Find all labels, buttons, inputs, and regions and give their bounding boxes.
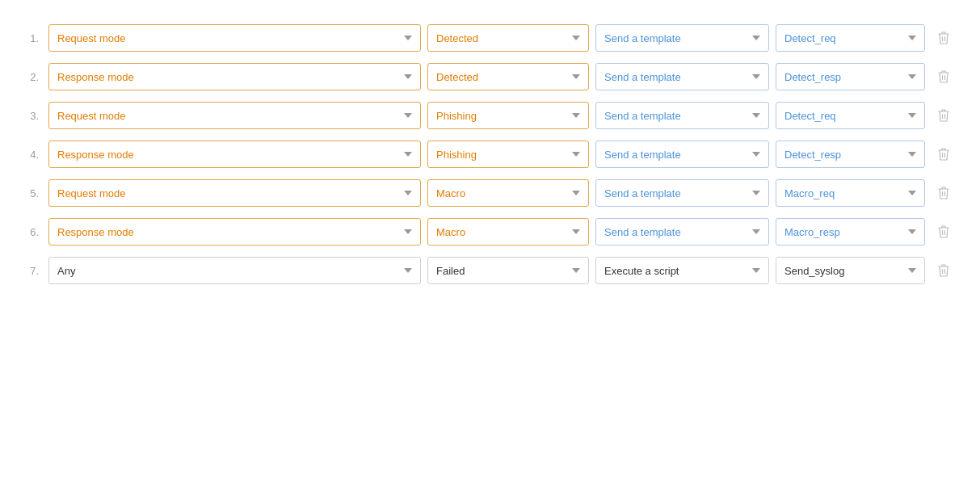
template-select[interactable]: Detect_reqDetect_respMacro_reqMacro_resp… <box>776 102 925 129</box>
row-number: 6. <box>19 226 42 238</box>
action-select[interactable]: Send a templateExecute a script <box>595 179 769 207</box>
action-select[interactable]: Send a templateExecute a script <box>595 24 769 52</box>
icap-mode-select[interactable]: Request modeResponse modeAny <box>48 63 421 90</box>
table-row: 7.Request modeResponse modeAnyDetectedPh… <box>19 257 961 284</box>
delete-row-button[interactable] <box>932 24 956 52</box>
rows-container: 1.Request modeResponse modeAnyDetectedPh… <box>19 24 961 284</box>
table-row: 6.Request modeResponse modeAnyDetectedPh… <box>19 218 961 246</box>
icap-mode-select[interactable]: Request modeResponse modeAny <box>48 24 421 52</box>
row-number: 2. <box>19 71 42 83</box>
action-select[interactable]: Send a templateExecute a script <box>595 102 769 129</box>
trash-icon <box>937 186 950 200</box>
delete-row-button[interactable] <box>932 218 956 246</box>
trash-icon <box>937 225 950 239</box>
scan-result-select[interactable]: DetectedPhishingMacroFailed <box>427 141 589 168</box>
template-select[interactable]: Detect_reqDetect_respMacro_reqMacro_resp… <box>776 141 925 168</box>
template-select[interactable]: Detect_reqDetect_respMacro_reqMacro_resp… <box>776 218 925 246</box>
action-select[interactable]: Send a templateExecute a script <box>595 218 769 246</box>
table-row: 3.Request modeResponse modeAnyDetectedPh… <box>19 102 961 129</box>
icap-mode-select[interactable]: Request modeResponse modeAny <box>48 218 421 246</box>
table-row: 2.Request modeResponse modeAnyDetectedPh… <box>19 63 961 90</box>
delete-row-button[interactable] <box>932 63 956 90</box>
template-select[interactable]: Detect_reqDetect_respMacro_reqMacro_resp… <box>776 257 925 284</box>
icap-mode-select[interactable]: Request modeResponse modeAny <box>48 102 421 129</box>
icap-mode-select[interactable]: Request modeResponse modeAny <box>48 141 421 168</box>
row-number: 5. <box>19 187 42 199</box>
trash-icon <box>937 108 950 123</box>
template-select[interactable]: Detect_reqDetect_respMacro_reqMacro_resp… <box>776 24 925 52</box>
row-number: 7. <box>19 265 42 277</box>
trash-icon <box>937 147 950 162</box>
delete-row-button[interactable] <box>932 141 956 168</box>
scan-result-select[interactable]: DetectedPhishingMacroFailed <box>427 63 589 90</box>
row-number: 3. <box>19 110 42 122</box>
trash-icon <box>937 31 950 45</box>
table-row: 4.Request modeResponse modeAnyDetectedPh… <box>19 141 961 168</box>
scan-result-select[interactable]: DetectedPhishingMacroFailed <box>427 257 589 284</box>
action-select[interactable]: Send a templateExecute a script <box>595 63 769 90</box>
scan-result-select[interactable]: DetectedPhishingMacroFailed <box>427 179 589 207</box>
icap-mode-select[interactable]: Request modeResponse modeAny <box>48 257 421 284</box>
delete-row-button[interactable] <box>932 179 956 207</box>
table-row: 5.Request modeResponse modeAnyDetectedPh… <box>19 179 961 207</box>
delete-row-button[interactable] <box>932 257 956 284</box>
row-number: 4. <box>19 149 42 161</box>
scan-result-select[interactable]: DetectedPhishingMacroFailed <box>427 102 589 129</box>
action-select[interactable]: Send a templateExecute a script <box>595 257 769 284</box>
scan-result-select[interactable]: DetectedPhishingMacroFailed <box>427 218 589 246</box>
action-select[interactable]: Send a templateExecute a script <box>595 141 769 168</box>
row-number: 1. <box>19 32 42 44</box>
icap-mode-select[interactable]: Request modeResponse modeAny <box>48 179 421 207</box>
template-select[interactable]: Detect_reqDetect_respMacro_reqMacro_resp… <box>776 63 925 90</box>
trash-icon <box>937 69 950 84</box>
trash-icon <box>937 263 950 278</box>
table-row: 1.Request modeResponse modeAnyDetectedPh… <box>19 24 961 52</box>
template-select[interactable]: Detect_reqDetect_respMacro_reqMacro_resp… <box>776 179 925 207</box>
delete-row-button[interactable] <box>932 102 956 129</box>
scan-result-select[interactable]: DetectedPhishingMacroFailed <box>427 24 589 52</box>
